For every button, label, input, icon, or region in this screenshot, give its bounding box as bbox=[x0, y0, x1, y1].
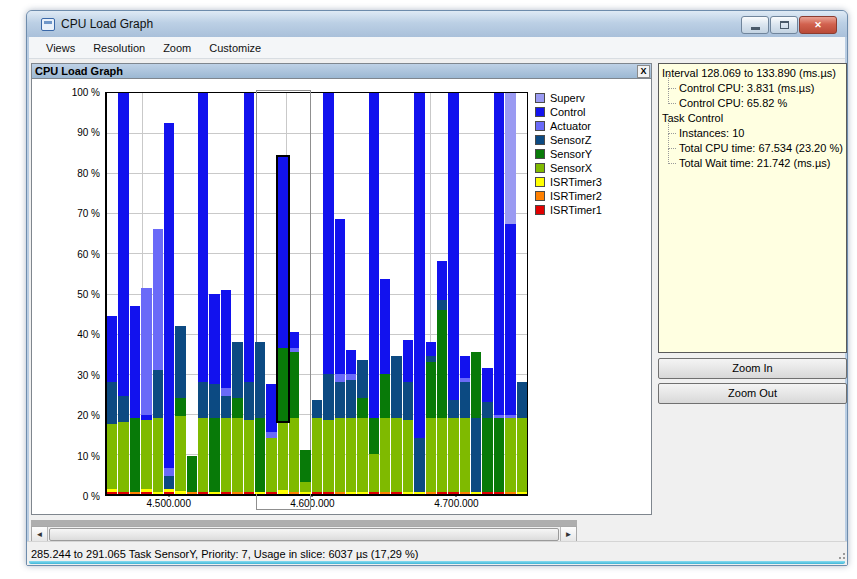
segment-SensorX bbox=[426, 418, 436, 492]
bar-4[interactable] bbox=[153, 93, 163, 494]
scroll-thumb[interactable] bbox=[49, 528, 559, 541]
segment-SensorY bbox=[300, 450, 310, 482]
segment-SensorZ bbox=[414, 438, 424, 492]
bar-19[interactable] bbox=[323, 93, 333, 494]
bar-1[interactable] bbox=[118, 93, 128, 494]
bar-21[interactable] bbox=[346, 93, 356, 494]
legend-swatch-icon bbox=[535, 121, 545, 131]
segment-SensorZ bbox=[221, 396, 231, 418]
segment-Actuator bbox=[141, 288, 151, 415]
minimize-button[interactable] bbox=[741, 16, 769, 34]
plot-area[interactable]: 4.500.0004.600.0004.700.000 bbox=[105, 92, 528, 496]
bar-22[interactable] bbox=[357, 93, 367, 494]
segment-SensorZ bbox=[460, 382, 470, 418]
segment-Actuator bbox=[221, 388, 231, 396]
y-axis-label: 100 % bbox=[62, 87, 100, 98]
segment-SensorZ bbox=[335, 382, 345, 418]
segment-SensorY bbox=[357, 398, 367, 418]
bar-20[interactable] bbox=[335, 93, 345, 494]
segment-ISRTimer2 bbox=[460, 492, 470, 494]
bar-35[interactable] bbox=[505, 93, 515, 494]
bar-36[interactable] bbox=[517, 93, 527, 494]
bar-17[interactable] bbox=[300, 93, 310, 494]
zoom-out-button[interactable]: Zoom Out bbox=[658, 383, 847, 404]
segment-Control bbox=[346, 350, 356, 374]
segment-SensorX bbox=[346, 418, 356, 492]
bar-6[interactable] bbox=[175, 93, 185, 494]
app-icon bbox=[41, 18, 55, 31]
bar-15[interactable] bbox=[278, 93, 288, 494]
bar-28[interactable] bbox=[426, 93, 436, 494]
zoom-in-button[interactable]: Zoom In bbox=[658, 358, 847, 379]
bar-16[interactable] bbox=[289, 93, 299, 494]
segment-SensorX bbox=[380, 418, 390, 492]
segment-SensorX bbox=[153, 418, 163, 492]
segment-Control bbox=[482, 368, 492, 402]
segment-ISRTimer3 bbox=[278, 490, 288, 494]
bar-10[interactable] bbox=[221, 93, 231, 494]
bar-31[interactable] bbox=[460, 93, 470, 494]
segment-SensorZ bbox=[391, 356, 401, 418]
segment-SensorX bbox=[391, 418, 401, 492]
segment-ISRTimer3 bbox=[141, 489, 151, 492]
scroll-left-arrow[interactable]: ◄ bbox=[32, 527, 48, 542]
bar-13[interactable] bbox=[255, 93, 265, 494]
bar-2[interactable] bbox=[130, 93, 140, 494]
bar-26[interactable] bbox=[403, 93, 413, 494]
bar-33[interactable] bbox=[482, 93, 492, 494]
segment-SensorX bbox=[369, 454, 379, 492]
bar-7[interactable] bbox=[187, 93, 197, 494]
status-text: 285.244 to 291.065 Task SensorY, Priorit… bbox=[27, 548, 419, 560]
bar-5[interactable] bbox=[164, 93, 174, 494]
bar-3[interactable] bbox=[141, 93, 151, 494]
bar-0[interactable] bbox=[107, 93, 117, 494]
close-button[interactable]: ✕ bbox=[799, 16, 837, 34]
bar-12[interactable] bbox=[244, 93, 254, 494]
segment-ISRTimer3 bbox=[209, 492, 219, 494]
legend-label: Actuator bbox=[550, 120, 591, 132]
segment-Control bbox=[437, 261, 447, 299]
segment-SensorY bbox=[380, 374, 390, 418]
bar-8[interactable] bbox=[198, 93, 208, 494]
menu-item-resolution[interactable]: Resolution bbox=[84, 39, 154, 57]
segment-ISRTimer3 bbox=[107, 489, 117, 491]
y-axis-label: 30 % bbox=[62, 369, 100, 380]
bar-30[interactable] bbox=[448, 93, 458, 494]
scroll-right-arrow[interactable]: ► bbox=[560, 527, 576, 542]
segment-ISRTimer1 bbox=[118, 492, 128, 494]
window-title: CPU Load Graph bbox=[61, 17, 153, 31]
segment-Control bbox=[198, 93, 208, 382]
segment-SensorX bbox=[118, 422, 128, 492]
panel-close-button[interactable]: X bbox=[637, 65, 650, 78]
menu-item-views[interactable]: Views bbox=[37, 39, 84, 57]
segment-ISRTimer1 bbox=[494, 492, 504, 494]
bar-34[interactable] bbox=[494, 93, 504, 494]
segment-ISRTimer1 bbox=[437, 492, 447, 494]
segment-ISRTimer1 bbox=[391, 492, 401, 494]
bar-11[interactable] bbox=[232, 93, 242, 494]
y-axis-label: 80 % bbox=[62, 167, 100, 178]
title-bar[interactable]: CPU Load Graph ✕ bbox=[27, 11, 847, 37]
chart-area: 4.500.0004.600.0004.700.000 100 %90 %80 … bbox=[32, 79, 651, 514]
maximize-button[interactable] bbox=[770, 16, 798, 34]
bar-23[interactable] bbox=[369, 93, 379, 494]
legend-item-sensory: SensorY bbox=[535, 147, 602, 161]
menu-item-customize[interactable]: Customize bbox=[200, 39, 270, 57]
segment-ISRTimer1 bbox=[266, 492, 276, 494]
legend-swatch-icon bbox=[535, 93, 545, 103]
bar-27[interactable] bbox=[414, 93, 424, 494]
bar-29[interactable] bbox=[437, 93, 447, 494]
x-axis-tick bbox=[168, 494, 169, 497]
window-bottom-glow bbox=[29, 561, 845, 564]
bar-32[interactable] bbox=[471, 93, 481, 494]
segment-SensorZ bbox=[346, 380, 356, 418]
bar-9[interactable] bbox=[209, 93, 219, 494]
menu-item-zoom[interactable]: Zoom bbox=[154, 39, 200, 57]
bar-24[interactable] bbox=[380, 93, 390, 494]
legend-swatch-icon bbox=[535, 163, 545, 173]
segment-ISRTimer3 bbox=[357, 492, 367, 494]
panel-header: CPU Load Graph X bbox=[32, 64, 651, 79]
bar-18[interactable] bbox=[312, 93, 322, 494]
bar-25[interactable] bbox=[391, 93, 401, 494]
segment-Actuator bbox=[494, 415, 504, 418]
